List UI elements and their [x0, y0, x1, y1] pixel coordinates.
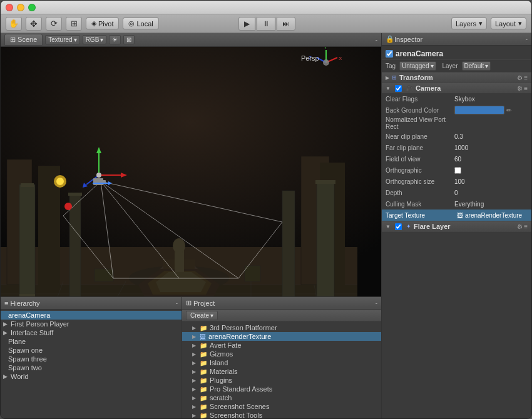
flare-collapse-arrow: ▼: [386, 224, 391, 230]
camera-gear[interactable]: ⚙ ≡: [517, 85, 528, 92]
play-button[interactable]: ▶: [238, 17, 255, 31]
svg-rect-22: [282, 191, 295, 296]
layer-value: Default: [464, 63, 484, 69]
hierarchy-tab-label: Hierarchy: [10, 300, 39, 307]
viewport-rect-row: Normalized View Port Rect: [382, 116, 531, 131]
view-mode-dropdown[interactable]: Textured ▾: [45, 35, 79, 44]
hierarchy-minimize[interactable]: -: [176, 300, 178, 306]
ortho-size-label: Orthographic size: [386, 178, 454, 185]
color-picker-icon[interactable]: ✏: [506, 107, 511, 114]
folder-icon-screenshotscenes: 📁: [200, 403, 207, 410]
project-item-prostandard[interactable]: ▶ 📁 Pro Standard Assets: [182, 385, 381, 393]
project-item-plugins[interactable]: ▶ 📁 Plugins: [182, 376, 381, 385]
pivot-button[interactable]: ◈ Pivot: [86, 18, 119, 29]
fov-label: Field of view: [386, 156, 454, 163]
hierarchy-icon: ≡: [4, 300, 8, 307]
scene-extra2[interactable]: ⊠: [123, 35, 135, 44]
step-button[interactable]: ⏭: [277, 17, 295, 31]
main-toolbar: ✋ ✥ ⟳ ⊞ ◈ Pivot ◎ Local ▶ ⏸ ⏭ Layers ▾: [1, 14, 531, 33]
transform-collapse-arrow: ▶: [386, 75, 389, 81]
ortho-size-value: 100: [454, 178, 528, 185]
create-arrow: ▾: [210, 312, 213, 319]
camera-header[interactable]: ▼ 🎥 Camera ⚙ ≡: [382, 83, 531, 93]
svg-rect-18: [317, 181, 334, 296]
scene-extra1[interactable]: ☀: [109, 35, 121, 44]
rotate-tool-button[interactable]: ⟳: [46, 17, 62, 31]
hierarchy-item-spawntwo[interactable]: Spawn two: [1, 363, 182, 372]
close-button[interactable]: [6, 4, 13, 11]
svg-point-49: [56, 178, 64, 185]
layout-dropdown[interactable]: Layout ▾: [491, 18, 526, 29]
orthographic-checkbox[interactable]: [454, 167, 461, 174]
project-item-3rdperson[interactable]: ▶ 📁 3rd Person Platformer: [182, 323, 381, 332]
project-item-scratch[interactable]: ▶ 📁 scratch: [182, 393, 381, 402]
scene-icon: ⊞: [10, 36, 18, 43]
hierarchy-item-arenacamera[interactable]: arenaCamera: [1, 311, 182, 320]
minimize-button[interactable]: [17, 4, 24, 11]
inspector-minimize[interactable]: -: [526, 36, 528, 43]
folder-icon-screenshottools: 📁: [200, 412, 207, 419]
project-content: ▶ 📁 3rd Person Platformer ▶ 🖼 arenaRende…: [182, 322, 381, 418]
flare-gear[interactable]: ⚙ ≡: [517, 223, 528, 230]
project-minimize[interactable]: -: [376, 300, 377, 306]
color-mode-dropdown[interactable]: RGB ▾: [83, 35, 107, 44]
hierarchy-label-interface: Interface Stuff: [11, 329, 53, 336]
hierarchy-item-spawnone[interactable]: Spawn one: [1, 346, 182, 355]
window-controls: [6, 4, 36, 11]
camera-active-checkbox[interactable]: [395, 85, 402, 92]
background-color-swatch[interactable]: [454, 106, 504, 114]
hierarchy-item-firstperson[interactable]: ▶ First Person Player: [1, 320, 182, 328]
inspector-title: Inspector: [394, 36, 422, 43]
transform-header[interactable]: ▶ ⊞ Transform ⚙ ≡: [382, 73, 531, 83]
near-clip-value: 0.3: [454, 133, 528, 140]
object-active-checkbox[interactable]: [386, 50, 393, 58]
transform-gear[interactable]: ⚙ ≡: [517, 74, 528, 81]
project-item-avertfate[interactable]: ▶ 📁 Avert Fate: [182, 341, 381, 350]
camera-collapse-arrow: ▼: [386, 86, 391, 91]
far-clip-row: Far clip plane 1000: [382, 142, 531, 153]
project-item-materials[interactable]: ▶ 📁 Materials: [182, 367, 381, 376]
scene-minimize[interactable]: -: [376, 36, 377, 43]
tag-arrow: ▾: [431, 63, 434, 69]
folder-icon-island: 📁: [200, 360, 207, 366]
flare-layer-header[interactable]: ▼ ✦ Flare Layer ⚙ ≡: [382, 221, 531, 231]
layers-arrow: ▾: [479, 19, 483, 28]
hierarchy-item-interface[interactable]: ▶ Interface Stuff: [1, 328, 182, 337]
layer-dropdown[interactable]: Default ▾: [462, 61, 491, 71]
create-button[interactable]: Create ▾: [186, 311, 218, 320]
layers-label: Layers: [456, 20, 476, 28]
pause-button[interactable]: ⏸: [257, 17, 275, 31]
layers-dropdown[interactable]: Layers ▾: [451, 18, 487, 29]
svg-rect-15: [19, 184, 35, 296]
move-tool-button[interactable]: ✥: [26, 17, 42, 31]
expand-arrow-interface: ▶: [3, 330, 8, 336]
scene-tab[interactable]: ⊞ Scene: [4, 34, 43, 46]
culling-mask-label: Culling Mask: [386, 201, 454, 208]
tag-dropdown[interactable]: Untagged ▾: [399, 61, 436, 71]
project-item-screenshotscenes[interactable]: ▶ 📁 Screenshot Scenes: [182, 402, 381, 411]
flare-active-checkbox[interactable]: [395, 223, 402, 230]
project-item-screenshottools[interactable]: ▶ 📁 Screenshot Tools: [182, 411, 381, 418]
layer-label: Layer: [442, 63, 458, 69]
target-texture-value[interactable]: 🖼 arenaRenderTexture: [454, 211, 524, 220]
hierarchy-item-spawnthree[interactable]: Spawn three: [1, 355, 182, 363]
project-item-gizmos[interactable]: ▶ 📁 Gizmos: [182, 350, 381, 358]
project-item-island[interactable]: ▶ 📁 Island: [182, 358, 381, 367]
project-label-scratch: scratch: [210, 394, 232, 401]
hierarchy-item-plane[interactable]: Plane: [1, 337, 182, 346]
arena-scene-canvas: X Y Z Persp: [1, 47, 381, 296]
hand-tool-button[interactable]: ✋: [6, 17, 22, 31]
maximize-button[interactable]: [28, 4, 36, 11]
create-label: Create: [190, 312, 209, 319]
scene-viewport[interactable]: X Y Z Persp: [1, 47, 381, 296]
project-item-arenatexture[interactable]: ▶ 🖼 arenaRenderTexture: [182, 332, 381, 341]
depth-label: Depth: [386, 189, 454, 196]
orthographic-row: Orthographic: [382, 164, 531, 176]
hierarchy-item-world[interactable]: ▶ World: [1, 372, 182, 381]
scale-tool-button[interactable]: ⊞: [66, 17, 82, 31]
local-button[interactable]: ◎ Local: [123, 18, 158, 29]
folder-arrow-3rdperson: ▶: [192, 325, 196, 331]
texture-name: arenaRenderTexture: [465, 212, 522, 219]
folder-icon-plugins: 📁: [200, 377, 207, 384]
folder-arrow-prostandard: ▶: [192, 386, 196, 392]
